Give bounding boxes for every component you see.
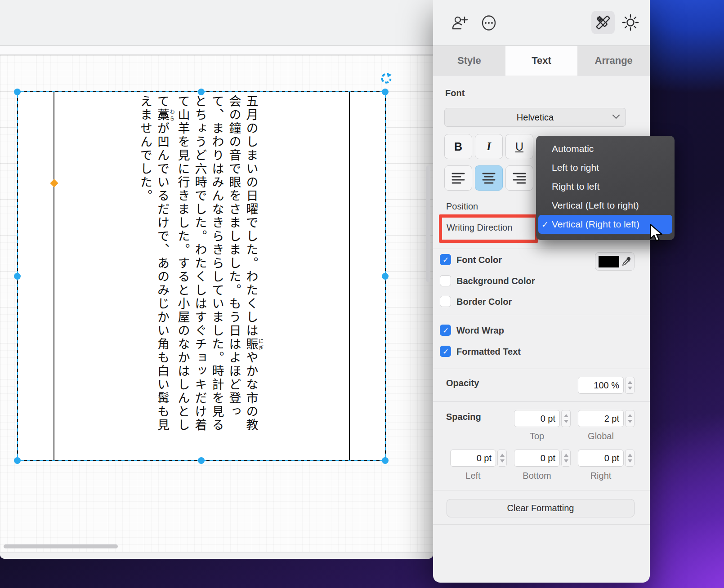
opacity-stepper[interactable] <box>625 377 635 394</box>
spacing-field: 2 pt Global <box>578 410 624 441</box>
align-left-icon <box>451 172 465 184</box>
text-column: て藁わらが凹んでいるだけで、あのみじかい角も白い髯も見 <box>154 95 174 460</box>
spacing-field: 0 pt Right <box>578 450 624 481</box>
word-wrap-label: Word Wrap <box>456 325 504 336</box>
tab[interactable]: Text <box>505 46 578 76</box>
text-column: 会の鐘の音で眼をさましました。もう日はよほど登っ <box>226 95 243 460</box>
spacing-caption: Top <box>514 431 560 441</box>
formatted-text-checkbox[interactable] <box>440 346 451 357</box>
clear-formatting-button[interactable]: Clear Formatting <box>447 499 635 517</box>
text-column: とちょうど六時でした。わたくしはすぐチョッキだけ着 <box>192 95 209 460</box>
add-person-button[interactable] <box>450 13 470 33</box>
add-person-icon <box>451 15 469 31</box>
bold-button[interactable]: B <box>444 134 472 159</box>
spacing-field: 0 pt Top <box>514 410 560 441</box>
left-line-shape[interactable] <box>54 92 54 460</box>
spacing-caption: Right <box>578 471 624 481</box>
resize-handle-bottom-center[interactable] <box>198 457 205 464</box>
italic-button[interactable]: I <box>475 134 503 159</box>
background-color-checkbox[interactable] <box>440 275 451 286</box>
document-window: 五月のしまいの日曜でした。わたくしは賑にぎやかな市の教会の鐘の音で眼をさましまし… <box>0 0 433 559</box>
spacing-row-1: 0 pt Top 2 pt Global <box>514 410 624 441</box>
document-bottom-bar <box>0 552 433 559</box>
text-column: 五月のしまいの日曜でした。わたくしは賑にぎやかな市の教 <box>243 95 264 460</box>
spacing-input[interactable]: 0 pt <box>450 450 496 467</box>
document-toolbar <box>0 0 433 46</box>
font-family-value: Helvetica <box>517 112 554 123</box>
spacing-row-2: 0 pt Left 0 pt Bottom 0 pt Right <box>450 450 624 481</box>
appearance-button[interactable] <box>620 12 641 33</box>
more-ellipsis-icon <box>480 14 498 32</box>
word-wrap-checkbox[interactable] <box>440 325 451 336</box>
writing-direction-menu-item[interactable]: Automatic <box>538 139 672 158</box>
style-tools-icon <box>594 13 612 31</box>
resize-handle-bottom-right[interactable] <box>382 457 389 464</box>
spacing-stepper[interactable] <box>625 450 635 467</box>
resize-handle-top-right[interactable] <box>382 89 389 95</box>
vertical-scrollbar[interactable] <box>426 165 430 282</box>
tab[interactable]: Arrange <box>577 46 650 76</box>
resize-handle-top-center[interactable] <box>198 89 205 95</box>
chevron-down-icon <box>612 114 620 119</box>
inspector-tabs: StyleTextArrange <box>433 46 650 76</box>
appearance-sun-icon <box>621 13 640 32</box>
spacing-input[interactable]: 0 pt <box>578 450 624 467</box>
font-family-select[interactable]: Helvetica <box>444 108 626 127</box>
spacing-caption: Global <box>578 431 624 441</box>
align-center-button[interactable] <box>475 165 503 191</box>
align-left-button[interactable] <box>444 165 472 191</box>
mouse-cursor <box>649 224 664 244</box>
border-color-checkbox[interactable] <box>440 296 451 307</box>
font-color-checkbox[interactable] <box>440 254 451 265</box>
inspector-toolbar <box>433 0 650 46</box>
spacing-stepper[interactable] <box>497 450 507 467</box>
menu-item-label: Vertical (Right to left) <box>552 219 639 230</box>
menu-item-label: Vertical (Left to right) <box>552 200 639 211</box>
rotate-handle-icon[interactable] <box>380 72 393 87</box>
spacing-field: 0 pt Bottom <box>514 450 560 481</box>
align-right-icon <box>513 172 526 184</box>
resize-handle-bottom-left[interactable] <box>14 457 21 464</box>
spacing-input[interactable]: 0 pt <box>514 450 560 467</box>
writing-direction-menu-item[interactable]: Left to right <box>538 158 672 177</box>
menu-item-label: Automatic <box>552 143 594 154</box>
resize-handle-middle-left[interactable] <box>14 273 21 280</box>
resize-handle-middle-right[interactable] <box>382 273 389 280</box>
text-column: て、まわりはみんなきらきらしていました。時計を見る <box>209 95 226 460</box>
font-color-swatch-button[interactable] <box>595 252 635 271</box>
right-line-shape[interactable] <box>349 92 350 460</box>
text-column: て山羊を見に行きました。すると小屋のなかはしんとし <box>174 95 192 460</box>
opacity-input[interactable]: 100 % <box>578 377 624 394</box>
menu-item-label: Left to right <box>552 162 599 173</box>
writing-direction-menu-item[interactable]: Vertical (Left to right) <box>538 196 672 215</box>
spacing-stepper[interactable] <box>625 410 635 427</box>
inspector-panel: StyleTextArrange Font Helvetica B I U <box>433 0 650 583</box>
font-color-label: Font Color <box>456 255 502 265</box>
eyedropper-icon <box>622 257 631 266</box>
underline-button[interactable]: U <box>505 134 533 159</box>
canvas[interactable]: 五月のしまいの日曜でした。わたくしは賑にぎやかな市の教会の鐘の音で眼をさましまし… <box>0 55 433 552</box>
font-color-swatch <box>599 256 619 267</box>
spacing-input[interactable]: 0 pt <box>514 410 560 427</box>
align-center-icon <box>482 172 496 184</box>
vertical-text-block[interactable]: 五月のしまいの日曜でした。わたくしは賑にぎやかな市の教会の鐘の音で眼をさましまし… <box>143 95 263 460</box>
spacing-caption: Left <box>450 471 496 481</box>
spacing-label: Spacing <box>446 412 481 422</box>
more-options-button[interactable] <box>479 13 499 33</box>
checkmark-icon: ✓ <box>538 219 552 230</box>
align-right-button[interactable] <box>505 165 533 191</box>
spacing-input[interactable]: 2 pt <box>578 410 624 427</box>
position-label: Position <box>446 201 478 212</box>
spacing-stepper[interactable] <box>561 450 571 467</box>
tab[interactable]: Style <box>433 46 505 76</box>
font-section-label: Font <box>445 88 465 98</box>
border-color-label: Border Color <box>456 297 512 307</box>
writing-direction-menu-item[interactable]: Right to left <box>538 177 672 196</box>
spacing-stepper[interactable] <box>561 410 571 427</box>
text-column: えませんでした。 <box>137 95 154 460</box>
opacity-label: Opacity <box>446 378 479 388</box>
horizontal-scrollbar[interactable] <box>4 544 118 548</box>
resize-handle-top-left[interactable] <box>14 89 21 95</box>
writing-direction-highlight <box>439 214 538 243</box>
style-tools-button[interactable] <box>591 11 615 34</box>
